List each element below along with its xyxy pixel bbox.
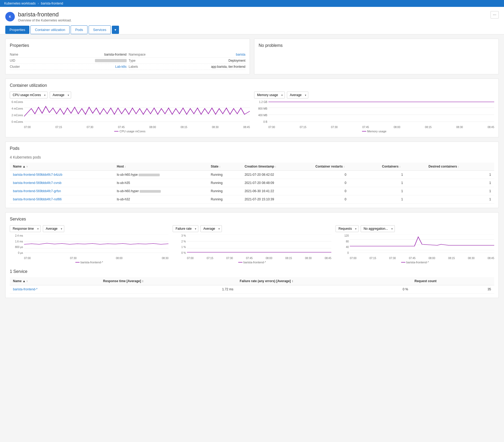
failure-metric-select-wrapper[interactable]: Failure rate [173,225,198,232]
memory-aggregation-select-wrapper[interactable]: Average [287,92,308,98]
pods-col-restarts[interactable]: Container restarts [312,163,379,171]
requests-aggregation-select-wrapper[interactable]: No aggregation... [361,225,395,232]
more-options-button[interactable]: ··· [491,11,499,19]
services-col-failure[interactable]: Failure rate (any errors) [Average] ↕ [237,277,411,285]
response-aggregation-select[interactable]: Average [43,225,64,232]
services-section-title: Services [10,217,494,222]
pods-col-containers[interactable]: Containers [379,163,425,171]
failure-chart-with-axis: 3 % 2 % 1 % 0 % [173,234,331,260]
header-icon-title: K barista-frontend Overview of the Kuber… [5,11,72,22]
memory-y-axis: 1.2 GB 800 MB 400 MB 0 B [254,101,267,129]
pods-col-created[interactable]: Creation timestamp [241,163,312,171]
tab-container-utilization[interactable]: Container utilization [30,25,70,34]
failure-chart-svg: 07:00 07:15 07:30 07:45 08:00 08:15 08:3… [187,234,331,260]
properties-left: Name barista-frontend UID Cluster Lab-k8… [10,52,127,70]
cpu-chart-container: CPU usage mCores Average 6 mCores 4 mCor… [10,92,250,133]
service-count: 1 Service [10,269,494,274]
response-metric-select[interactable]: Response time [10,225,41,232]
pod-restarts-1: 0 [312,171,379,179]
prop-uid: UID [10,58,127,64]
tab-pods[interactable]: Pods [71,25,88,34]
cpu-legend-line [114,131,118,132]
services-col-name[interactable]: Name ▲ [10,277,100,285]
workload-subtitle: Overview of the Kubernetes workload. [18,19,72,22]
breadcrumb-separator: › [38,2,39,5]
requests-metric-select-wrapper[interactable]: Requests [336,225,359,232]
prop-name: Name barista-frontend [10,52,127,58]
table-row: barista-frontend-569bbb4fc7-grfsn ls-ub-… [10,187,494,195]
memory-aggregation-select[interactable]: Average [287,92,308,98]
memory-metric-select-wrapper[interactable]: Memory usage [254,92,285,98]
cpu-aggregation-select[interactable]: Average [50,92,71,98]
container-utilization-title: Container utilization [10,83,494,88]
memory-chart-controls: Memory usage Average [254,92,494,98]
response-time-controls: Response time Average [10,225,168,232]
tab-more-button[interactable]: ▾ [112,26,119,34]
no-problems-card: No problems [254,39,499,74]
pod-host-2: ls-ub-h35 [114,179,208,187]
requests-aggregation-select[interactable]: No aggregation... [361,225,395,232]
failure-metric-select[interactable]: Failure rate [173,225,198,232]
pods-col-state[interactable]: State [208,163,241,171]
svg-text:K: K [9,15,11,18]
container-utilization-card: Container utilization CPU usage mCores A… [5,79,499,137]
requests-metric-select[interactable]: Requests [336,225,359,232]
table-row: barista-frontend-569bbb4fc7-nsf86 ls-ub-… [10,195,494,204]
properties-grid: Name barista-frontend UID Cluster Lab-k8… [10,52,245,70]
utilization-charts: CPU usage mCores Average 6 mCores 4 mCor… [10,92,494,133]
host-redacted-3 [140,190,161,193]
cpu-aggregation-select-wrapper[interactable]: Average [50,92,71,98]
service-failure-1: 0 % [237,285,411,294]
services-table: Name ▲ Response time [Average] ↕ Failure… [10,277,494,294]
cpu-chart-with-axis: 6 mCores 4 mCores 2 mCores 0 mCores [10,101,250,129]
pods-col-host[interactable]: Host [114,163,208,171]
cpu-chart-controls: CPU usage mCores Average [10,92,250,98]
tab-services[interactable]: Services [89,25,111,34]
services-col-response[interactable]: Response time [Average] ↕ [100,277,237,285]
pod-created-1: 2021-07-20 08:42:02 [241,171,312,179]
memory-metric-select[interactable]: Memory usage [254,92,285,98]
cpu-metric-select-wrapper[interactable]: CPU usage mCores [10,92,48,98]
services-col-requests[interactable]: Request count [411,277,494,285]
pod-state-1: Running [208,171,241,179]
response-aggregation-select-wrapper[interactable]: Average [43,225,64,232]
properties-row: Properties Name barista-frontend UID Clu… [5,39,499,74]
nav-tabs: Properties Container utilization Pods Se… [5,25,499,34]
pods-card: Pods 4 Kubernetes pods Name ▲ Host State… [5,142,499,208]
cpu-legend-label: CPU usage mCores [120,130,145,133]
response-chart-with-axis: 2.4 ms 1.6 ms 800 µs 0 µs [10,234,168,260]
memory-chart-legend: Memory usage [254,130,494,133]
requests-legend-label: barista-frontend-* [406,261,429,264]
pod-desired-3: 1 [425,187,494,195]
pod-containers-4: 1 [379,195,425,204]
requests-chart-controls: Requests No aggregation... [336,225,494,232]
requests-chart-with-axis: 120 80 40 0 [336,234,494,260]
pod-name-2[interactable]: barista-frontend-569bbb4fc7-cvrsb [10,179,114,187]
service-name-1[interactable]: barista-frontend-* [10,285,100,294]
response-y-axis: 2.4 ms 1.6 ms 800 µs 0 µs [10,234,23,260]
pods-col-name[interactable]: Name ▲ [10,163,114,171]
cpu-metric-select[interactable]: CPU usage mCores [10,92,48,98]
failure-aggregation-select-wrapper[interactable]: Average [200,225,222,232]
pod-name-1[interactable]: barista-frontend-569bbb4fc7-b4zzb [10,171,114,179]
pod-name-4[interactable]: barista-frontend-569bbb4fc7-nsf86 [10,195,114,204]
failure-chart-legend: barista-frontend-* [173,261,331,264]
main-content: Properties Name barista-frontend UID Clu… [0,34,504,302]
header-top: K barista-frontend Overview of the Kuber… [5,11,499,22]
tab-properties[interactable]: Properties [5,26,29,34]
requests-y-axis: 120 80 40 0 [336,234,349,260]
pod-state-3: Running [208,187,241,195]
workload-name: barista-frontend [18,11,72,18]
failure-aggregation-select[interactable]: Average [200,225,222,232]
response-metric-select-wrapper[interactable]: Response time [10,225,41,232]
pods-col-desired[interactable]: Desired containers [425,163,494,171]
properties-right: Namespace barista Type Deployment Labels… [129,52,246,70]
requests-chart-legend: barista-frontend-* [336,261,494,264]
cpu-chart-svg: 07:00 07:15 07:30 07:45 08:00 08:15 08:3… [24,101,250,129]
table-row: barista-frontend-* 1.72 ms 0 % 35 [10,285,494,294]
breadcrumb: Kubernetes workloads › barista-frontend [0,0,504,7]
pod-name-3[interactable]: barista-frontend-569bbb4fc7-grfsn [10,187,114,195]
memory-chart-container: Memory usage Average 1.2 GB 800 MB 400 M… [254,92,494,133]
breadcrumb-parent[interactable]: Kubernetes workloads [4,2,36,5]
pod-desired-1: 1 [425,171,494,179]
